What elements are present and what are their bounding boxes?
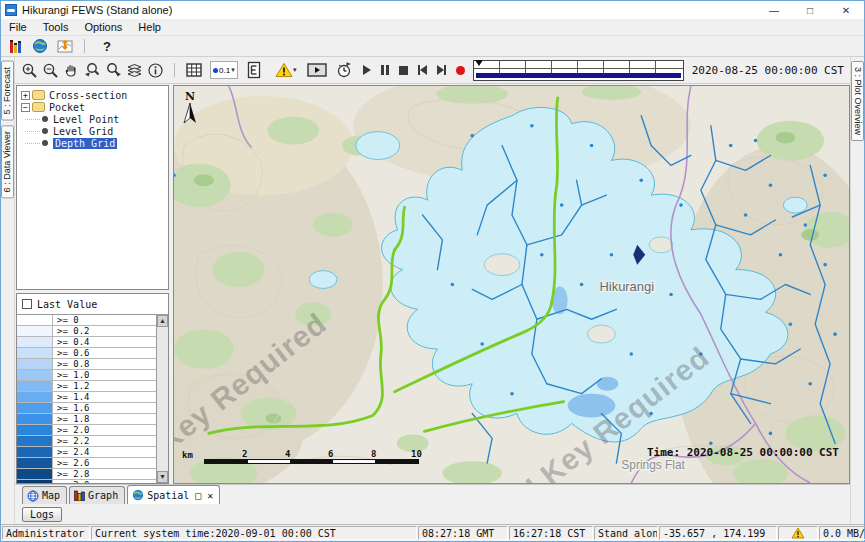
north-arrow: N [182,90,198,125]
contour-interval-dropdown[interactable]: 0.1 ▾ [210,61,238,79]
zoom-out-icon[interactable] [40,60,61,80]
folder-icon [32,102,45,112]
timeseries-display-icon[interactable] [54,37,76,55]
last-value-checkbox[interactable] [22,299,32,309]
timeline-slider[interactable] [473,60,684,81]
tree-item-pocket[interactable]: − Pocket [17,101,168,113]
tab-plot-overview[interactable]: 3 : Plot Overview [851,61,864,141]
data-viewer-panel: + Cross-section − Pocket Level Point [15,84,169,484]
tab-close-icon[interactable]: ✕ [207,490,213,501]
tab-restore-icon[interactable]: □ [195,490,201,501]
tab-data-viewer[interactable]: 6 : Data Viewer [1,125,14,198]
tab-forecast[interactable]: 5 : Forecast [1,61,14,121]
menu-tools[interactable]: Tools [35,21,77,33]
tree-item-level-point[interactable]: Level Point [17,113,168,125]
legend-swatch [17,469,53,479]
graph-bars-icon [74,490,85,501]
step-forward-icon[interactable] [437,65,446,75]
status-warning[interactable] [778,526,818,540]
warning-icon [791,527,805,539]
chevron-down-icon: ▾ [293,66,297,74]
collapse-icon[interactable]: − [21,103,30,112]
bottom-tab-bar: Map Graph Spatial □ ✕ [15,484,850,504]
playback-controls [363,65,465,75]
logs-button[interactable]: Logs [22,507,62,522]
help-button[interactable]: ? [96,37,118,55]
title-bar: Hikurangi FEWS (Stand alone) — □ ✕ [1,1,864,19]
globe-explorer-icon[interactable] [29,37,51,55]
tree-item-cross-section[interactable]: + Cross-section [17,89,168,101]
app-window: Hikurangi FEWS (Stand alone) — □ ✕ File … [0,0,865,542]
status-transfer-rate: 0.0 MB/s [819,526,865,540]
scroll-up-icon[interactable]: ▲ [157,315,168,327]
locality-label: Springs Flat [621,458,685,472]
menu-options[interactable]: Options [76,21,130,33]
legend-swatch [17,447,53,457]
step-back-icon[interactable] [418,65,427,75]
interval-value: 0.1 [219,66,230,75]
legend-swatch [17,348,53,358]
last-value-label: Last Value [37,299,97,310]
chevron-down-icon: ▾ [231,66,235,74]
legend-swatch [17,381,53,391]
layers-icon[interactable] [124,60,145,80]
logs-row: Logs [15,504,850,524]
info-icon[interactable] [145,60,166,80]
database-icon[interactable] [4,37,26,55]
zoom-previous-icon[interactable] [82,60,103,80]
play-icon[interactable] [363,65,371,75]
map-time-label: Time: 2020-08-25 00:00:00 CST [647,446,839,459]
legend-row: >= 1.8 [17,414,156,425]
scroll-down-icon[interactable]: ▼ [157,471,168,483]
pan-hand-icon[interactable] [61,60,82,80]
map-globe-icon [27,490,39,502]
tree-item-depth-grid[interactable]: Depth Grid [17,137,168,149]
expand-icon[interactable]: + [21,91,30,100]
legend-row: >= 3.0 [17,480,156,483]
tab-spatial[interactable]: Spatial □ ✕ [127,485,220,504]
scale-unit: km [182,450,193,460]
warning-threshold-dropdown[interactable]: ▾ [271,60,301,80]
legend-row: >= 0.8 [17,359,156,370]
folder-icon [32,90,45,100]
map-view[interactable]: API Key Required API Key Required Hikura… [173,85,850,484]
menu-help[interactable]: Help [130,21,169,33]
record-icon[interactable] [456,66,465,75]
legend-row: >= 2.2 [17,436,156,447]
tab-map[interactable]: Map [22,486,67,504]
menu-file[interactable]: File [1,21,35,33]
adjust-time-icon[interactable] [334,60,355,80]
legend-row: >= 2.6 [17,458,156,469]
status-local-time: 16:27:18 CST [509,526,593,540]
zoom-in-icon[interactable] [19,60,40,80]
tree-item-level-grid[interactable]: Level Grid [17,125,168,137]
legend-row: >= 0 [17,315,156,326]
legend-swatch [17,414,53,424]
close-button[interactable]: ✕ [828,1,864,19]
minimize-button[interactable]: — [756,1,792,19]
legend-swatch [17,480,53,483]
animation-icon[interactable] [307,60,328,80]
town-label: Hikurangi [599,279,654,294]
legend-scrollbar[interactable]: ▲ ▼ [156,315,168,483]
zoom-next-icon[interactable] [103,60,124,80]
edit-labels-icon[interactable] [244,60,265,80]
legend-list: >= 0 >= 0.2 >= 0.4 >= 0.6 >= 0.8 >= 1.0 … [17,314,168,483]
status-coordinates: -35.657 , 174.199 [659,526,777,540]
node-bullet-icon [42,128,48,134]
legend-swatch [17,403,53,413]
app-icon [5,4,17,16]
toolbar-separator [174,63,175,77]
timeline-cursor[interactable] [475,60,483,66]
legend-swatch [17,425,53,435]
stop-icon[interactable] [399,66,408,75]
legend-row: >= 0.6 [17,348,156,359]
pause-icon[interactable] [381,65,389,75]
legend-row: >= 0.2 [17,326,156,337]
legend-swatch [17,315,53,325]
filter-tree: + Cross-section − Pocket Level Point [16,85,169,290]
tab-graph[interactable]: Graph [69,486,125,504]
scale-bar: km 2 4 6 8 10 [182,449,432,467]
grid-display-icon[interactable] [183,60,204,80]
maximize-button[interactable]: □ [792,1,828,19]
